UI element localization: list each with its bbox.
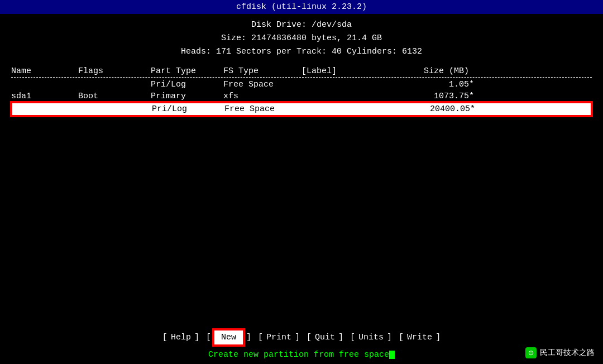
disk-geometry-line: Heads: 171 Sectors per Track: 40 Cylinde… — [0, 45, 603, 59]
row3-parttype: Pri/Log — [152, 104, 224, 114]
menu-new[interactable]: [ New ] — [203, 329, 255, 346]
new-label[interactable]: New — [213, 329, 244, 346]
row1-parttype: Pri/Log — [151, 80, 223, 89]
row2-parttype: Primary — [151, 92, 223, 101]
row3-fstype: Free Space — [224, 104, 303, 114]
col-header-name: Name — [11, 66, 78, 76]
row3-size: 20400.05 — [403, 104, 470, 114]
bracket-open-3: [ — [258, 333, 263, 342]
row2-fstype: xfs — [223, 92, 302, 101]
row1-size: 1.05 — [402, 80, 469, 89]
col-header-parttype: Part Type — [151, 66, 223, 76]
table-row-selected[interactable]: Pri/Log Free Space 20400.05 * — [11, 102, 592, 116]
table-row[interactable]: sda1 Boot Primary xfs 1073.75 * — [11, 90, 592, 102]
bracket-close-1: ] — [194, 333, 199, 342]
help-label[interactable]: Help — [170, 333, 192, 342]
table-row[interactable]: Pri/Log Free Space 1.05 * — [11, 79, 592, 90]
col-header-flags: Flags — [78, 66, 151, 76]
row1-star: * — [469, 80, 480, 89]
bracket-open-6: [ — [399, 333, 404, 342]
write-label[interactable]: Write — [406, 333, 433, 342]
row3-star: * — [470, 104, 481, 114]
title-text: cfdisk (util-linux 2.23.2) — [236, 2, 367, 12]
row2-flags: Boot — [78, 92, 151, 101]
col-header-label: [Label] — [302, 66, 402, 76]
col-header-fstype: FS Type — [223, 66, 302, 76]
bracket-close-2: ] — [246, 333, 251, 342]
disk-drive-line: Disk Drive: /dev/sda — [0, 18, 603, 32]
bracket-close-5: ] — [387, 333, 392, 342]
watermark: ⊙ 民工哥技术之路 — [525, 347, 595, 358]
status-line: Create new partition from free space — [0, 350, 603, 360]
bracket-open-5: [ — [350, 333, 355, 342]
bracket-close-6: ] — [436, 333, 441, 342]
quit-label[interactable]: Quit — [314, 333, 336, 342]
menu-units[interactable]: [ Units ] — [347, 333, 395, 342]
row2-name: sda1 — [11, 92, 78, 101]
table-rows: Pri/Log Free Space 1.05 * sda1 Boot Prim… — [11, 79, 592, 116]
status-text: Create new partition from free space — [208, 350, 389, 360]
terminal-window: cfdisk (util-linux 2.23.2) Disk Drive: /… — [0, 0, 603, 364]
row1-fstype: Free Space — [223, 80, 302, 89]
bracket-open-1: [ — [162, 333, 168, 342]
menu-bar: [ Help ] [ New ] [ Print ] [ Quit ] — [0, 329, 603, 346]
bottom-bar: [ Help ] [ New ] [ Print ] [ Quit ] — [0, 324, 603, 364]
print-label[interactable]: Print — [265, 333, 293, 342]
bracket-open-2: [ — [206, 333, 211, 342]
row2-star: * — [469, 92, 480, 101]
partition-table: Name Flags Part Type FS Type [Label] Siz… — [11, 65, 592, 116]
bracket-close-4: ] — [338, 333, 343, 342]
watermark-text: 民工哥技术之路 — [540, 348, 595, 358]
menu-print[interactable]: [ Print ] — [255, 333, 303, 342]
menu-write[interactable]: [ Write ] — [395, 333, 444, 342]
menu-quit[interactable]: [ Quit ] — [303, 333, 347, 342]
title-bar: cfdisk (util-linux 2.23.2) — [0, 0, 603, 14]
col-header-size: Size (MB) — [402, 66, 469, 76]
disk-size-line: Size: 21474836480 bytes, 21.4 GB — [0, 32, 603, 45]
cursor — [389, 351, 395, 359]
bracket-close-3: ] — [295, 333, 300, 342]
bracket-open-4: [ — [307, 333, 312, 342]
units-label[interactable]: Units — [357, 333, 385, 342]
table-header: Name Flags Part Type FS Type [Label] Siz… — [11, 65, 592, 78]
menu-help[interactable]: [ Help ] — [159, 333, 203, 342]
disk-info: Disk Drive: /dev/sda Size: 21474836480 b… — [0, 14, 603, 62]
row2-size: 1073.75 — [402, 92, 469, 101]
wechat-icon: ⊙ — [525, 347, 537, 358]
